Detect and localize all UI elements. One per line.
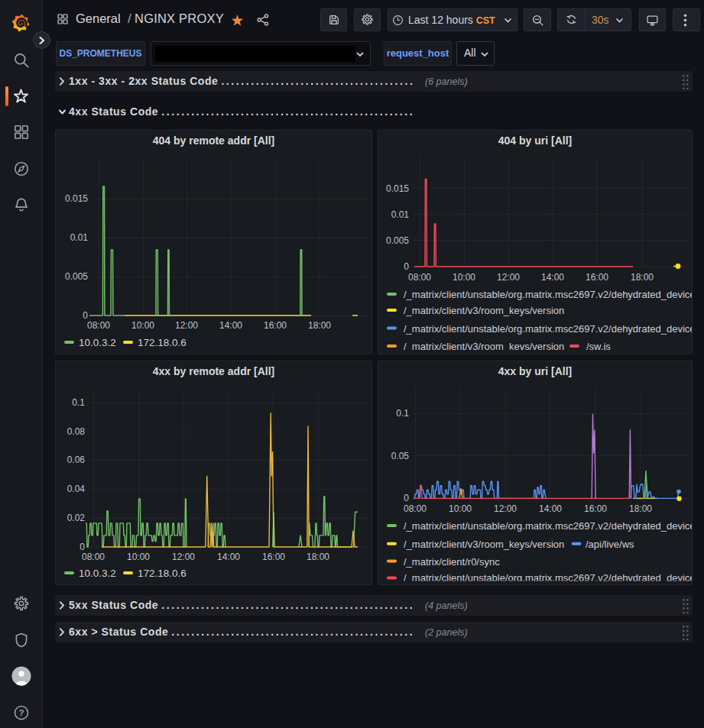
svg-text:14:00: 14:00 xyxy=(541,272,564,283)
svg-text:0.01: 0.01 xyxy=(391,209,410,220)
svg-text:12:00: 12:00 xyxy=(175,320,198,331)
svg-text:10.0.3.2: 10.0.3.2 xyxy=(79,568,116,579)
svg-text:0.08: 0.08 xyxy=(67,426,86,437)
svg-text:/_matrix/client/v3/room_keys/v: /_matrix/client/v3/room_keys/version xyxy=(404,539,564,550)
svg-text:0.005: 0.005 xyxy=(65,271,88,282)
svg-text:10:00: 10:00 xyxy=(127,552,150,562)
svg-text:/_matrix/client/unstable/org.m: /_matrix/client/unstable/org.matrix.msc2… xyxy=(404,289,692,300)
svg-text:/_matrix/client/unstable/org.m: /_matrix/client/unstable/org.matrix.msc2… xyxy=(404,520,692,532)
svg-text:18:00: 18:00 xyxy=(307,552,329,562)
svg-text:12:00: 12:00 xyxy=(497,272,520,283)
svg-text:0.1: 0.1 xyxy=(72,397,85,408)
svg-text:/_matrix/client/v3/room_keys/v: /_matrix/client/v3/room_keys/version xyxy=(404,341,564,352)
svg-text:10:00: 10:00 xyxy=(131,320,154,331)
svg-text:08:00: 08:00 xyxy=(408,272,431,283)
svg-text:172.18.0.6: 172.18.0.6 xyxy=(138,568,187,579)
svg-text:0.05: 0.05 xyxy=(391,451,410,461)
svg-text:0.015: 0.015 xyxy=(65,193,88,204)
svg-text:0.1: 0.1 xyxy=(396,408,409,419)
svg-text:/_matrix/client/v3/room_keys/v: /_matrix/client/v3/room_keys/version xyxy=(404,305,564,316)
svg-text:16:00: 16:00 xyxy=(264,320,287,331)
svg-text:08:00: 08:00 xyxy=(87,320,110,331)
svg-text:16:00: 16:00 xyxy=(584,503,607,514)
svg-text:/_matrix/client/unstable/org.m: /_matrix/client/unstable/org.matrix.msc2… xyxy=(404,572,692,584)
svg-text:12:00: 12:00 xyxy=(172,552,195,562)
svg-text:/sw.js: /sw.js xyxy=(586,341,611,352)
svg-text:10.0.3.2: 10.0.3.2 xyxy=(79,337,116,348)
svg-text:14:00: 14:00 xyxy=(219,320,242,331)
svg-text:18:00: 18:00 xyxy=(308,320,331,331)
svg-text:18:00: 18:00 xyxy=(629,503,652,514)
svg-text:0: 0 xyxy=(79,542,85,552)
svg-text:18:00: 18:00 xyxy=(631,272,654,283)
svg-text:0: 0 xyxy=(404,493,409,503)
svg-text:/_matrix/client/unstable/org.m: /_matrix/client/unstable/org.matrix.msc2… xyxy=(404,323,692,335)
svg-text:16:00: 16:00 xyxy=(586,272,608,283)
svg-text:16:00: 16:00 xyxy=(262,552,285,562)
svg-text:0.01: 0.01 xyxy=(70,232,89,243)
svg-text:0.005: 0.005 xyxy=(386,235,409,246)
svg-text:08:00: 08:00 xyxy=(404,503,427,514)
svg-text:0: 0 xyxy=(83,310,88,321)
svg-text:0.04: 0.04 xyxy=(67,484,86,494)
svg-text:14:00: 14:00 xyxy=(539,503,562,514)
svg-text:08:00: 08:00 xyxy=(82,552,105,562)
svg-text:10:00: 10:00 xyxy=(453,272,475,283)
svg-text:?: ? xyxy=(19,708,24,717)
svg-text:0.02: 0.02 xyxy=(67,513,86,523)
svg-text:0.015: 0.015 xyxy=(386,183,409,194)
svg-text:172.18.0.6: 172.18.0.6 xyxy=(138,337,187,348)
svg-text:/_matrix/client/r0/sync: /_matrix/client/r0/sync xyxy=(404,556,500,568)
svg-text:/api/live/ws: /api/live/ws xyxy=(586,539,634,550)
svg-text:12:00: 12:00 xyxy=(494,503,517,514)
svg-text:0.06: 0.06 xyxy=(67,455,86,465)
svg-text:0: 0 xyxy=(404,261,409,272)
svg-text:14:00: 14:00 xyxy=(217,552,240,562)
svg-text:10:00: 10:00 xyxy=(449,503,472,514)
